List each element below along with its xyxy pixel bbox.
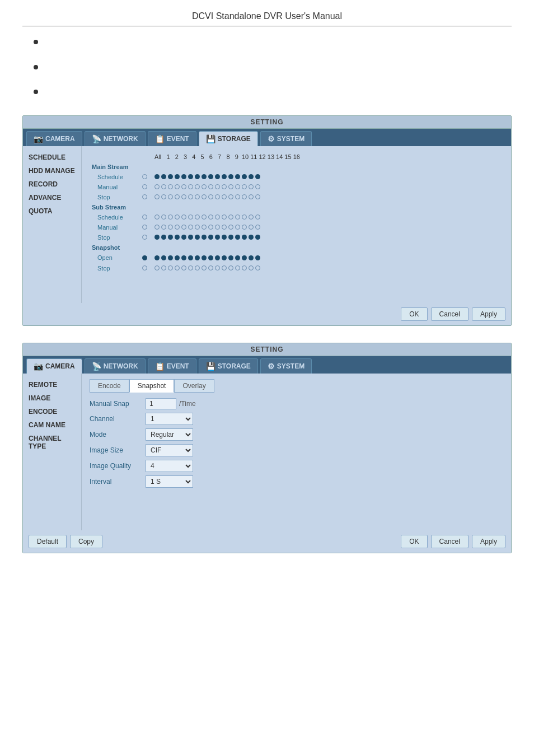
sidebar-advance[interactable]: ADVANCE — [23, 191, 81, 204]
encode-tabs: Encode Snapshot Overlay — [90, 379, 503, 393]
tab-network-label-2: NETWORK — [104, 362, 138, 370]
panel1-ok-button[interactable]: OK — [401, 307, 427, 321]
tab-event-2[interactable]: 📋 EVENT — [148, 358, 196, 374]
snap-open-label: Open — [92, 254, 113, 261]
panel2-tab-bar: 📷 CAMERA 📡 NETWORK 📋 EVENT 💾 STORAGE ⚙ S… — [23, 356, 511, 374]
mode-select[interactable]: Regular — [146, 428, 193, 441]
bullet-item-3 — [34, 87, 512, 99]
interval-row: Interval 1 S — [90, 475, 503, 488]
panel2-default-button[interactable]: Default — [29, 535, 67, 548]
tab-storage-label-1: STORAGE — [218, 135, 251, 143]
interval-label: Interval — [90, 478, 146, 486]
sidebar-schedule[interactable]: SCHEDULE — [23, 151, 81, 164]
sidebar-remote[interactable]: REMOTE — [23, 378, 81, 391]
network-icon-2: 📡 — [92, 362, 101, 371]
overlay-tab[interactable]: Overlay — [174, 379, 214, 393]
tab-system-1[interactable]: ⚙ SYSTEM — [260, 131, 312, 146]
tab-storage-2[interactable]: 💾 STORAGE — [199, 358, 258, 374]
manual-snap-label: Manual Snap — [90, 400, 146, 408]
panel1-main: All 1 2 3 4 5 6 7 8 9 10 11 12 13 14 15 … — [82, 146, 511, 303]
sub-schedule-radio[interactable] — [142, 214, 147, 220]
sub-stream-label: Sub Stream — [92, 204, 126, 211]
tab-event-label-1: EVENT — [167, 135, 189, 143]
page-title: DCVI Standalone DVR User's Manual — [22, 11, 512, 26]
image-quality-row: Image Quality 4 — [90, 460, 503, 472]
panel2-sidebar: REMOTE IMAGE ENCODE CAM NAME CHANNEL TYP… — [23, 374, 82, 530]
sub-manual-label: Manual — [92, 224, 118, 231]
sidebar-cam-name[interactable]: CAM NAME — [23, 418, 81, 432]
camera-icon-1: 📷 — [34, 134, 43, 143]
panel1-cancel-button[interactable]: Cancel — [431, 307, 469, 321]
sub-stop-label: Stop — [92, 234, 110, 241]
mode-row: Mode Regular — [90, 428, 503, 441]
network-icon-1: 📡 — [92, 134, 101, 143]
sidebar-image[interactable]: IMAGE — [23, 391, 81, 405]
panel1-body: SCHEDULE HDD MANAGE RECORD ADVANCE QUOTA… — [23, 146, 511, 303]
snap-open-circles — [154, 255, 501, 260]
panel2-ok-button[interactable]: OK — [401, 535, 427, 548]
storage-icon-1: 💾 — [206, 134, 216, 143]
sub-schedule-circles — [154, 214, 501, 220]
sidebar-hdd-manage[interactable]: HDD MANAGE — [23, 164, 81, 178]
bullet-text-2 — [45, 63, 47, 74]
bullet-item-2 — [34, 63, 512, 74]
panel2-body: REMOTE IMAGE ENCODE CAM NAME CHANNEL TYP… — [23, 374, 511, 530]
snap-stop-radio[interactable] — [142, 265, 147, 270]
sidebar-channel-type[interactable]: CHANNEL TYPE — [23, 432, 81, 453]
main-stop-radio[interactable] — [142, 194, 147, 199]
panel1-tab-bar: 📷 CAMERA 📡 NETWORK 📋 EVENT 💾 STORAGE ⚙ S… — [23, 129, 511, 146]
panel2-title: SETTING — [23, 343, 511, 356]
tab-network-label-1: NETWORK — [104, 135, 138, 143]
main-schedule-circles — [154, 174, 501, 179]
sub-manual-radio[interactable] — [142, 225, 147, 230]
panel1-apply-button[interactable]: Apply — [472, 307, 505, 321]
panel2-main: Encode Snapshot Overlay Manual Snap /Tim… — [82, 374, 511, 530]
snap-stop-circles — [154, 265, 501, 270]
main-stop-label: Stop — [92, 194, 110, 200]
sidebar-record[interactable]: RECORD — [23, 178, 81, 191]
image-quality-select[interactable]: 4 — [146, 460, 193, 472]
mode-label: Mode — [90, 431, 146, 438]
main-manual-radio[interactable] — [142, 184, 147, 189]
image-size-select[interactable]: CIF — [146, 444, 193, 456]
tab-system-2[interactable]: ⚙ SYSTEM — [260, 358, 312, 374]
bullet-dot-2 — [34, 65, 38, 69]
sidebar-encode[interactable]: ENCODE — [23, 405, 81, 418]
bullet-item-1 — [34, 38, 512, 49]
sub-schedule-label: Schedule — [92, 214, 123, 221]
bullets-section — [34, 38, 512, 99]
sub-stop-radio[interactable] — [142, 235, 147, 240]
main-schedule-radio[interactable] — [142, 174, 147, 179]
encode-tab[interactable]: Encode — [90, 379, 129, 393]
tab-network-2[interactable]: 📡 NETWORK — [85, 358, 146, 374]
sub-manual-circles — [154, 225, 501, 230]
bullet-dot-3 — [34, 90, 38, 94]
tab-camera-2[interactable]: 📷 CAMERA — [26, 358, 82, 374]
tab-system-label-1: SYSTEM — [277, 135, 305, 143]
bullet-text-1 — [45, 38, 47, 49]
snapshot-tab[interactable]: Snapshot — [129, 379, 175, 393]
camera-icon-2: 📷 — [34, 362, 43, 371]
panel2-cancel-button[interactable]: Cancel — [431, 535, 469, 548]
panel1-button-row: OK Cancel Apply — [23, 303, 511, 325]
tab-storage-1[interactable]: 💾 STORAGE — [199, 131, 258, 146]
sidebar-quota[interactable]: QUOTA — [23, 204, 81, 218]
panel2-copy-button[interactable]: Copy — [70, 535, 102, 548]
panel1-title: SETTING — [23, 116, 511, 129]
system-icon-1: ⚙ — [268, 134, 275, 143]
manual-snap-row: Manual Snap /Time — [90, 398, 503, 409]
main-stop-circles — [154, 194, 501, 199]
tab-event-1[interactable]: 📋 EVENT — [148, 131, 196, 146]
interval-select[interactable]: 1 S — [146, 475, 193, 488]
panel2-apply-button[interactable]: Apply — [472, 535, 505, 548]
image-size-row: Image Size CIF — [90, 444, 503, 456]
main-manual-circles — [154, 184, 501, 189]
snap-stop-label: Stop — [92, 265, 110, 272]
tab-camera-1[interactable]: 📷 CAMERA — [26, 131, 82, 146]
manual-snap-input[interactable] — [146, 398, 176, 409]
panel2-button-row: Default Copy OK Cancel Apply — [23, 530, 511, 553]
tab-network-1[interactable]: 📡 NETWORK — [85, 131, 146, 146]
tab-system-label-2: SYSTEM — [277, 362, 305, 370]
channel-select[interactable]: 1 — [146, 413, 193, 425]
bullet-text-3 — [45, 87, 47, 99]
